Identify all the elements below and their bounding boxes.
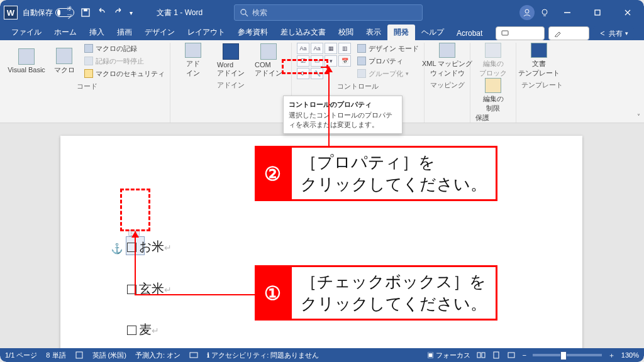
word-app-icon: W bbox=[4, 6, 18, 19]
status-accessibility[interactable]: ℹ アクセシビリティ: 問題ありません bbox=[207, 351, 319, 360]
date-control-icon[interactable]: 📅 bbox=[338, 55, 351, 67]
status-page[interactable]: 1/1 ページ bbox=[5, 351, 37, 360]
qat-overflow-icon[interactable]: ▾ bbox=[130, 9, 133, 16]
record-macro-button[interactable]: マクロの記録 bbox=[84, 43, 165, 54]
com-addins-button[interactable]: COM アドイン bbox=[251, 43, 286, 78]
document-template-button[interactable]: 文書 テンプレート bbox=[521, 43, 557, 78]
svg-line-3 bbox=[245, 14, 248, 16]
tab-view[interactable]: 表示 bbox=[360, 25, 387, 40]
comment-icon bbox=[501, 30, 509, 37]
search-box[interactable]: 検索 bbox=[234, 4, 423, 21]
legacy-tools-icon[interactable]: 🔧 bbox=[311, 68, 323, 79]
group-controls-button[interactable]: グループ化▾ bbox=[357, 68, 419, 79]
richtext-control-icon[interactable]: Aa bbox=[297, 43, 309, 54]
svg-rect-12 bbox=[76, 352, 82, 358]
group-label-template: テンプレート bbox=[521, 78, 563, 92]
properties-icon bbox=[357, 57, 366, 65]
tab-draw[interactable]: 描画 bbox=[111, 25, 138, 40]
arrow-head-2 bbox=[325, 66, 333, 72]
macros-button[interactable]: マクロ bbox=[47, 43, 82, 79]
com-addin-icon bbox=[260, 43, 277, 60]
editing-mode-button[interactable]: 編集▾ bbox=[548, 26, 589, 40]
focus-mode-button[interactable]: ▣ フォーカス bbox=[427, 351, 470, 360]
undo-icon[interactable] bbox=[97, 8, 107, 18]
tab-insert[interactable]: 挿入 bbox=[83, 25, 111, 40]
status-language[interactable]: 英語 (米国) bbox=[92, 351, 126, 360]
macro-security-button[interactable]: マクロのセキュリティ bbox=[84, 68, 165, 79]
zoom-level[interactable]: 130% bbox=[621, 351, 639, 359]
window-minimize-button[interactable] bbox=[555, 4, 580, 21]
account-avatar[interactable] bbox=[519, 5, 535, 20]
status-predictive[interactable]: 予測入力: オン bbox=[135, 351, 180, 360]
tab-acrobat[interactable]: Acrobat bbox=[450, 26, 489, 40]
tab-file[interactable]: ファイル bbox=[5, 25, 48, 40]
group-label-protect: 保護 bbox=[475, 113, 511, 123]
xml-mapping-button[interactable]: XML マッピング ウィンドウ bbox=[430, 43, 465, 78]
web-layout-icon[interactable] bbox=[507, 351, 516, 359]
restrict-editing-button[interactable]: 編集の 制限 bbox=[475, 78, 511, 113]
record-icon bbox=[84, 44, 93, 53]
callout-2-number: ② bbox=[255, 146, 290, 201]
addins-button[interactable]: アド イン bbox=[175, 43, 211, 78]
design-mode-icon bbox=[357, 44, 366, 53]
status-proofing-icon[interactable] bbox=[75, 351, 84, 359]
autosave-toggle[interactable]: 自動保存 オフ bbox=[23, 8, 74, 18]
arrow-line-1v bbox=[135, 231, 136, 295]
lightbulb-icon[interactable] bbox=[540, 8, 550, 18]
dropdown-control-icon[interactable]: ▾ bbox=[325, 55, 337, 67]
tab-review[interactable]: 校閲 bbox=[332, 25, 360, 40]
design-mode-button[interactable]: デザイン モード bbox=[357, 43, 419, 54]
zoom-in-button[interactable]: ＋ bbox=[608, 351, 615, 360]
arrow-line-2v bbox=[328, 67, 330, 146]
tab-developer[interactable]: 開発 bbox=[387, 25, 415, 40]
tab-layout[interactable]: レイアウト bbox=[181, 25, 231, 40]
buildingblock-control-icon[interactable]: ▥ bbox=[338, 43, 351, 54]
status-bar: 1/1 ページ 8 単語 英語 (米国) 予測入力: オン ℹ アクセシビリティ… bbox=[0, 348, 644, 362]
properties-tooltip: コントロールのプロパティ 選択したコントロールのプロパティを表示または変更します… bbox=[283, 96, 402, 134]
repeating-control-icon[interactable]: ⟳ bbox=[297, 68, 309, 79]
controls-gallery[interactable]: Aa Aa ▦ ▥ ☑ ▭ ▾ 📅 ⟳ 🔧 bbox=[297, 43, 351, 79]
tab-home[interactable]: ホーム bbox=[48, 25, 83, 40]
combobox-control-icon[interactable]: ▭ bbox=[311, 55, 323, 67]
block-authors-button[interactable]: 編集の ブロック bbox=[475, 43, 511, 78]
plaintext-control-icon[interactable]: Aa bbox=[311, 43, 323, 54]
redo-icon[interactable] bbox=[113, 8, 123, 18]
pause-recording-button[interactable]: 記録の一時停止 bbox=[84, 55, 165, 67]
print-layout-icon[interactable] bbox=[492, 351, 501, 359]
share-button[interactable]: 共有▾ bbox=[593, 26, 634, 40]
item-label-3: 麦 bbox=[139, 322, 152, 336]
read-mode-icon[interactable] bbox=[477, 351, 486, 359]
toggle-icon[interactable]: オフ bbox=[55, 8, 74, 17]
titlebar: W 自動保存 オフ ▾ 文書 1 - Word 検索 bbox=[0, 0, 644, 25]
zoom-slider[interactable] bbox=[533, 354, 602, 356]
document-title: 文書 1 - Word bbox=[157, 8, 203, 18]
group-template: 文書 テンプレート テンプレート bbox=[516, 43, 568, 123]
tab-references[interactable]: 参考資料 bbox=[231, 25, 274, 40]
save-icon[interactable] bbox=[80, 8, 91, 18]
search-icon bbox=[240, 8, 248, 17]
checkbox-control-icon[interactable]: ☑ bbox=[297, 55, 309, 67]
tab-design[interactable]: デザイン bbox=[138, 25, 181, 40]
window-close-button[interactable] bbox=[615, 4, 640, 21]
callout-2-text: ［プロパティ］を クリックしてください。 bbox=[290, 146, 497, 201]
picture-control-icon[interactable]: ▦ bbox=[325, 43, 337, 54]
callout-2: ② ［プロパティ］を クリックしてください。 bbox=[255, 146, 497, 201]
status-words[interactable]: 8 単語 bbox=[46, 351, 65, 360]
macro-icon bbox=[56, 48, 72, 64]
zoom-out-button[interactable]: − bbox=[522, 351, 526, 359]
ribbon-collapse-icon[interactable]: ˅ bbox=[637, 113, 640, 120]
checkbox-3[interactable] bbox=[127, 326, 136, 335]
block-icon bbox=[485, 43, 501, 58]
autosave-label: 自動保存 bbox=[23, 8, 53, 18]
visual-basic-button[interactable]: Visual Basic bbox=[9, 43, 44, 79]
tooltip-title: コントロールのプロパティ bbox=[289, 100, 397, 109]
properties-button[interactable]: プロパティ bbox=[357, 55, 419, 67]
tab-mailings[interactable]: 差し込み文書 bbox=[274, 25, 332, 40]
svg-rect-1 bbox=[84, 9, 87, 11]
comments-button[interactable]: コメント bbox=[496, 26, 545, 40]
tab-help[interactable]: ヘルプ bbox=[415, 25, 450, 40]
window-maximize-button[interactable] bbox=[585, 4, 610, 21]
anchor-icon: ⚓ bbox=[111, 243, 123, 255]
status-display-icon[interactable] bbox=[189, 351, 198, 359]
word-addins-button[interactable]: Word アドイン bbox=[213, 43, 248, 78]
